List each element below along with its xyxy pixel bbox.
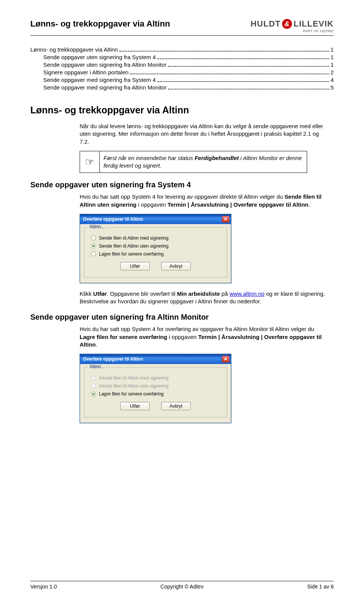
toc-item[interactable]: Sende oppgaver med signering fra System …: [30, 77, 334, 83]
radio-label: Sende filen til Altinn med signering: [99, 235, 168, 241]
text-bold: Termin | Årsavslutning | Overføre oppgav…: [168, 201, 309, 208]
altinn-link[interactable]: www.altinn.no: [229, 290, 265, 297]
toc-item[interactable]: Signere oppgaver i Altinn portalen 2: [30, 69, 334, 76]
text: i oppgaven: [167, 334, 198, 340]
toc-item[interactable]: Sende oppgaver uten signering fra Altinn…: [30, 61, 334, 68]
execute-button[interactable]: Utfør: [120, 402, 150, 410]
note-bold: Ferdigbehandlet: [195, 155, 239, 161]
text: . Oppgavene blir overført til: [107, 290, 177, 297]
toc-leader: [119, 47, 329, 52]
footer-copyright: Copyright © Aditro: [160, 584, 204, 590]
text: .: [96, 341, 97, 348]
note-text: Først når en innsendelse har status Ferd…: [100, 151, 307, 173]
close-icon[interactable]: ✕: [222, 216, 229, 223]
fieldset-legend: Altinn...: [88, 364, 106, 369]
toc-label: Sende oppgaver med signering fra Altinn …: [43, 84, 166, 91]
toc-page: 5: [331, 84, 334, 91]
intro-paragraph: Når du skal levere lønns- og trekkoppgav…: [80, 122, 330, 146]
brand-left: HULDT: [251, 19, 281, 29]
text: Hvis du har satt opp System 4 for overfø…: [80, 326, 314, 332]
radio-option[interactable]: Lagre filen for senere overføring: [91, 391, 220, 397]
brand-logo: HULDT & LILLEVIK PART OF ADITRO: [251, 19, 334, 33]
text: .: [309, 201, 310, 208]
radio-icon: [91, 392, 96, 397]
text-bold: Utfør: [93, 290, 107, 297]
close-icon[interactable]: ✕: [222, 356, 229, 362]
toc-leader: [130, 69, 329, 75]
text-bold: Lagre filen for senere overføring: [80, 334, 167, 340]
dialog-transfer-altinn: Overføre oppgaver til Altinn ✕ Altinn...…: [80, 214, 231, 283]
toc-page: 1: [331, 61, 334, 68]
page-title: Lønns- og trekkoppgaver via Altinn: [30, 19, 170, 29]
radio-option: Sende filen til Altinn uten signering: [91, 383, 220, 389]
radio-option[interactable]: Lagre filen for senere overføring: [91, 251, 220, 257]
section2-paragraph: Hvis du har satt opp System 4 for overfø…: [80, 325, 330, 348]
main-heading: Lønns- og trekkoppgaver via Altinn: [30, 105, 334, 116]
radio-label: Sende filen til Altinn med signering: [99, 375, 168, 381]
dialog-fieldset: Altinn... Sende filen til Altinn med sig…: [84, 367, 227, 417]
text: i oppgaven: [136, 201, 168, 208]
toc-page: 4: [331, 77, 334, 83]
table-of-contents: Lønns- og trekkoppgaver via Altinn 1 Sen…: [30, 46, 334, 91]
radio-label: Sende filen til Altinn uten signering: [99, 383, 168, 389]
brand-right: LILLEVIK: [293, 19, 334, 29]
text: på: [220, 290, 229, 297]
text-bold: Min arbeidsliste: [177, 290, 220, 297]
radio-icon: [91, 243, 96, 248]
text: Klikk: [80, 290, 93, 297]
execute-button[interactable]: Utfør: [120, 262, 150, 270]
dialog-title: Overføre oppgaver til Altinn: [83, 356, 143, 362]
dialog-fieldset: Altinn... Sende filen til Altinn med sig…: [84, 227, 227, 278]
toc-leader: [168, 62, 329, 67]
toc-leader: [168, 85, 329, 90]
radio-label: Lagre filen for senere overføring: [99, 391, 164, 397]
radio-label: Sende filen til Altinn uten signering: [99, 243, 168, 249]
header-divider: [30, 35, 334, 36]
radio-icon: [91, 376, 96, 381]
toc-label: Lønns- og trekkoppgaver via Altinn: [30, 46, 118, 53]
radio-icon: [91, 235, 96, 240]
toc-page: 2: [331, 69, 334, 75]
fieldset-legend: Altinn...: [88, 224, 106, 229]
note-pre: Først når en innsendelse har status: [104, 155, 195, 161]
brand-ampersand-icon: &: [282, 19, 292, 29]
toc-label: Sende oppgaver med signering fra System …: [43, 77, 156, 83]
dialog-title: Overføre oppgaver til Altinn: [83, 217, 143, 222]
section1-paragraph: Hvis du har satt opp System 4 for leveri…: [80, 193, 330, 209]
text: Hvis du har satt opp System 4 for leveri…: [80, 193, 284, 200]
toc-leader: [157, 77, 329, 82]
radio-option[interactable]: Sende filen til Altinn uten signering: [91, 243, 220, 249]
cancel-button[interactable]: Avbryt: [161, 402, 191, 410]
radio-icon: [91, 384, 96, 389]
note-box: ☞ Først når en innsendelse har status Fe…: [80, 151, 307, 173]
pointing-hand-icon: ☞: [80, 151, 100, 173]
toc-label: Signere oppgaver i Altinn portalen: [43, 69, 129, 75]
toc-page: 1: [331, 46, 334, 53]
footer-page-number: Side 1 av 6: [307, 584, 334, 590]
toc-item[interactable]: Sende oppgaver uten signering fra System…: [30, 54, 334, 61]
toc-label: Sende oppgaver uten signering fra Altinn…: [43, 61, 166, 68]
toc-label: Sende oppgaver uten signering fra System…: [43, 54, 156, 60]
toc-item[interactable]: Sende oppgaver med signering fra Altinn …: [30, 84, 334, 91]
dialog-transfer-altinn-2: Overføre oppgaver til Altinn ✕ Altinn...…: [80, 354, 231, 423]
radio-icon: [91, 251, 96, 256]
toc-leader: [157, 54, 329, 60]
brand-subtitle: PART OF ADITRO: [303, 29, 334, 33]
toc-item[interactable]: Lønns- og trekkoppgaver via Altinn 1: [30, 46, 334, 53]
footer-divider: [30, 581, 334, 581]
radio-option: Sende filen til Altinn med signering: [91, 375, 220, 381]
page-footer: Versjon 1.0 Copyright © Aditro Side 1 av…: [30, 581, 334, 590]
radio-option[interactable]: Sende filen til Altinn med signering: [91, 235, 220, 241]
dialog-titlebar[interactable]: Overføre oppgaver til Altinn ✕: [80, 354, 231, 364]
toc-page: 1: [331, 54, 334, 60]
section2-heading: Sende oppgaver uten signering fra Altinn…: [30, 313, 334, 322]
section1-heading: Sende oppgaver uten signering fra System…: [30, 180, 334, 189]
radio-label: Lagre filen for senere overføring: [99, 251, 164, 257]
footer-version: Versjon 1.0: [30, 584, 57, 590]
section1-after-paragraph: Klikk Utfør. Oppgavene blir overført til…: [80, 290, 330, 306]
dialog-titlebar[interactable]: Overføre oppgaver til Altinn ✕: [80, 214, 231, 224]
cancel-button[interactable]: Avbryt: [161, 262, 191, 270]
